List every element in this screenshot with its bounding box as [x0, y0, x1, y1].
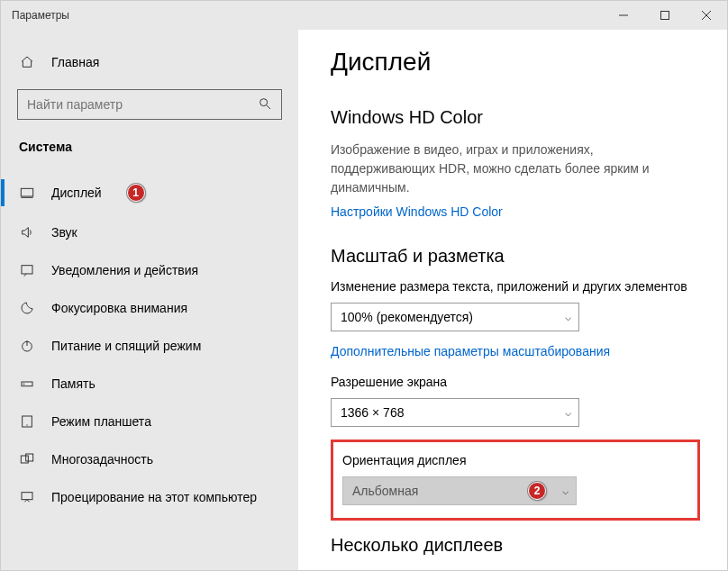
orientation-label: Ориентация дисплея	[342, 453, 688, 467]
sidebar-item-notifications[interactable]: Уведомления и действия	[1, 251, 298, 289]
resolution-value: 1366 × 768	[341, 405, 404, 420]
svg-rect-15	[21, 456, 28, 463]
advanced-scaling-link[interactable]: Дополнительные параметры масштабирования	[331, 344, 610, 358]
sidebar-item-label: Фокусировка внимания	[51, 301, 187, 315]
sidebar: Главная Система Дисплей 1 Звук	[1, 30, 298, 570]
sidebar-item-label: Многозадачность	[51, 452, 153, 467]
sidebar-item-projecting[interactable]: Проецирование на этот компьютер	[1, 478, 298, 516]
titlebar: Параметры	[1, 1, 727, 30]
sidebar-item-storage[interactable]: Память	[1, 365, 298, 403]
power-icon	[19, 339, 35, 353]
sidebar-item-label: Уведомления и действия	[51, 263, 198, 277]
sound-icon	[19, 225, 35, 240]
sidebar-item-display[interactable]: Дисплей 1	[1, 172, 298, 213]
svg-point-12	[23, 384, 24, 385]
text-size-label: Изменение размера текста, приложений и д…	[331, 279, 700, 294]
sidebar-item-label: Дисплей	[51, 186, 102, 200]
orientation-value: Альбомная	[352, 484, 418, 498]
storage-icon	[19, 376, 35, 391]
home-icon	[19, 55, 35, 69]
notifications-icon	[19, 263, 35, 277]
hd-color-heading: Windows HD Color	[331, 107, 700, 128]
orientation-dropdown[interactable]: Альбомная 2 ⌵	[342, 476, 577, 505]
tablet-icon	[19, 414, 35, 429]
text-size-value: 100% (рекомендуется)	[341, 310, 473, 324]
page-title: Дисплей	[331, 48, 700, 77]
window-title: Параметры	[12, 9, 69, 22]
svg-rect-1	[661, 12, 669, 20]
search-box[interactable]	[17, 89, 282, 120]
orientation-highlight: Ориентация дисплея Альбомная 2 ⌵	[331, 440, 700, 521]
sidebar-item-multitasking[interactable]: Многозадачность	[1, 440, 298, 478]
multi-display-heading: Несколько дисплеев	[331, 535, 700, 556]
annotation-marker-1: 1	[127, 184, 145, 202]
sidebar-home-label: Главная	[51, 55, 99, 69]
svg-point-4	[260, 98, 268, 105]
chevron-down-icon: ⌵	[565, 311, 571, 323]
sidebar-item-label: Питание и спящий режим	[51, 339, 201, 353]
content-pane: Дисплей Windows HD Color Изображение в в…	[298, 30, 727, 570]
hd-color-link[interactable]: Настройки Windows HD Color	[331, 204, 503, 219]
hd-color-description: Изображение в видео, играх и приложениях…	[331, 140, 700, 197]
sidebar-item-tablet[interactable]: Режим планшета	[1, 403, 298, 440]
search-input[interactable]	[27, 97, 235, 112]
resolution-label: Разрешение экрана	[331, 375, 700, 389]
sidebar-item-power[interactable]: Питание и спящий режим	[1, 327, 298, 365]
sidebar-item-label: Звук	[51, 225, 77, 240]
svg-line-5	[267, 105, 270, 109]
close-button[interactable]	[686, 1, 727, 30]
sidebar-item-sound[interactable]: Звук	[1, 213, 298, 251]
annotation-marker-2: 2	[528, 482, 546, 500]
search-icon	[258, 96, 272, 113]
focus-icon	[19, 301, 35, 315]
maximize-button[interactable]	[644, 1, 686, 30]
chevron-down-icon: ⌵	[562, 485, 569, 497]
projecting-icon	[19, 490, 35, 504]
sidebar-home[interactable]: Главная	[1, 46, 298, 78]
display-icon	[19, 186, 35, 200]
chevron-down-icon: ⌵	[565, 406, 571, 419]
svg-rect-8	[22, 266, 32, 274]
sidebar-section-title: Система	[1, 120, 298, 165]
text-size-dropdown[interactable]: 100% (рекомендуется) ⌵	[331, 303, 579, 331]
sidebar-item-label: Режим планшета	[51, 414, 151, 429]
resolution-dropdown[interactable]: 1366 × 768 ⌵	[331, 398, 579, 427]
svg-rect-16	[26, 454, 33, 461]
svg-rect-6	[21, 188, 32, 196]
multitasking-icon	[19, 452, 35, 467]
sidebar-item-label: Проецирование на этот компьютер	[51, 490, 257, 504]
sidebar-item-focus[interactable]: Фокусировка внимания	[1, 289, 298, 327]
scale-heading: Масштаб и разметка	[331, 246, 700, 267]
sidebar-item-label: Память	[51, 376, 96, 391]
svg-rect-17	[22, 493, 32, 500]
minimize-button[interactable]	[603, 1, 644, 30]
